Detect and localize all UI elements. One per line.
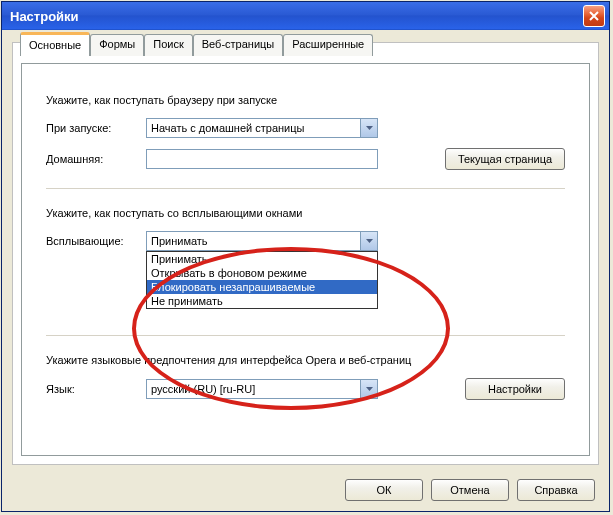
tab-label: Веб-страницы bbox=[202, 38, 275, 50]
row-language: Язык: русский (RU) [ru-RU] Настройки bbox=[46, 378, 565, 400]
titlebar: Настройки bbox=[2, 2, 609, 30]
divider bbox=[46, 188, 565, 189]
tab-label: Формы bbox=[99, 38, 135, 50]
tab-label: Поиск bbox=[153, 38, 183, 50]
homepage-label: Домашняя: bbox=[46, 153, 146, 165]
button-label: Справка bbox=[534, 484, 577, 496]
homepage-input[interactable] bbox=[146, 149, 378, 169]
close-icon bbox=[589, 10, 599, 23]
settings-window: Настройки Основные Формы Поиск Веб-стран… bbox=[1, 1, 610, 512]
language-combo[interactable]: русский (RU) [ru-RU] bbox=[146, 379, 378, 399]
chevron-down-icon bbox=[360, 380, 377, 398]
window-title: Настройки bbox=[10, 9, 583, 24]
tab-forms[interactable]: Формы bbox=[90, 34, 144, 56]
language-settings-button[interactable]: Настройки bbox=[465, 378, 565, 400]
row-startup: При запуске: Начать с домашней страницы bbox=[46, 118, 565, 138]
popups-dropdown-list: Принимать Открывать в фоновом режиме Бло… bbox=[146, 251, 378, 309]
button-label: Настройки bbox=[488, 383, 542, 395]
ok-button[interactable]: ОК bbox=[345, 479, 423, 501]
button-label: Текущая страница bbox=[458, 153, 552, 165]
help-button[interactable]: Справка bbox=[517, 479, 595, 501]
popups-option-block-unrequested[interactable]: Блокировать незапрашиваемые bbox=[147, 280, 377, 294]
startup-combo-value: Начать с домашней страницы bbox=[147, 122, 360, 134]
section-popups-heading: Укажите, как поступать со всплывающими о… bbox=[46, 207, 565, 219]
option-label: Принимать bbox=[151, 253, 208, 265]
language-combo-value: русский (RU) [ru-RU] bbox=[147, 383, 360, 395]
cancel-button[interactable]: Отмена bbox=[431, 479, 509, 501]
row-homepage: Домашняя: Текущая страница bbox=[46, 148, 565, 170]
button-label: ОК bbox=[377, 484, 392, 496]
startup-combo[interactable]: Начать с домашней страницы bbox=[146, 118, 378, 138]
popups-option-background[interactable]: Открывать в фоновом режиме bbox=[147, 266, 377, 280]
startup-label: При запуске: bbox=[46, 122, 146, 134]
tab-advanced[interactable]: Расширенные bbox=[283, 34, 373, 56]
tab-main[interactable]: Основные bbox=[20, 32, 90, 56]
tab-label: Расширенные bbox=[292, 38, 364, 50]
window-close-button[interactable] bbox=[583, 5, 605, 27]
content-area: Укажите, как поступать браузеру при запу… bbox=[12, 42, 599, 465]
dialog-button-row: ОК Отмена Справка bbox=[345, 479, 595, 501]
language-label: Язык: bbox=[46, 383, 146, 395]
tab-webpages[interactable]: Веб-страницы bbox=[193, 34, 284, 56]
popups-option-accept[interactable]: Принимать bbox=[147, 252, 377, 266]
popups-label: Всплывающие: bbox=[46, 235, 146, 247]
option-label: Открывать в фоновом режиме bbox=[151, 267, 307, 279]
option-label: Не принимать bbox=[151, 295, 223, 307]
option-label: Блокировать незапрашиваемые bbox=[151, 281, 315, 293]
section-startup-heading: Укажите, как поступать браузеру при запу… bbox=[46, 94, 565, 106]
popups-option-reject[interactable]: Не принимать bbox=[147, 294, 377, 308]
row-popups: Всплывающие: Принимать Принимать Открыва… bbox=[46, 231, 565, 251]
tab-search[interactable]: Поиск bbox=[144, 34, 192, 56]
chevron-down-icon bbox=[360, 232, 377, 250]
chevron-down-icon bbox=[360, 119, 377, 137]
divider bbox=[46, 335, 565, 336]
tab-bar: Основные Формы Поиск Веб-страницы Расшир… bbox=[20, 34, 373, 56]
button-label: Отмена bbox=[450, 484, 489, 496]
section-language-heading: Укажите языковые предпочтения для интерф… bbox=[46, 354, 565, 366]
tab-label: Основные bbox=[29, 39, 81, 51]
popups-combo-value: Принимать bbox=[147, 235, 360, 247]
tab-pane-main: Укажите, как поступать браузеру при запу… bbox=[21, 63, 590, 456]
popups-combo[interactable]: Принимать Принимать Открывать в фоновом … bbox=[146, 231, 378, 251]
current-page-button[interactable]: Текущая страница bbox=[445, 148, 565, 170]
